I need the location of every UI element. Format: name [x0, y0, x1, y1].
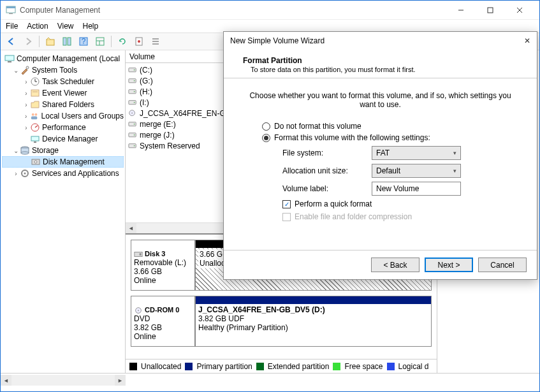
- radio-format[interactable]: Format this volume with the following se…: [262, 133, 499, 142]
- view-icon[interactable]: [60, 34, 74, 48]
- radio-icon[interactable]: [262, 122, 270, 131]
- radio-icon[interactable]: [262, 134, 270, 142]
- menu-help[interactable]: Help: [83, 22, 99, 31]
- volume-label-input[interactable]: New Volume: [372, 182, 461, 196]
- part-status: Healthy (Primary Partition): [198, 323, 288, 332]
- svg-rect-26: [31, 90, 39, 96]
- users-icon: [29, 111, 39, 121]
- svg-rect-46: [129, 89, 136, 93]
- row-filesystem: File system: FAT ▾: [282, 146, 511, 160]
- volume-label: merge (E:): [140, 120, 176, 129]
- disk-size: 3.82 GB: [134, 323, 162, 332]
- dialog-title: New Simple Volume Wizard: [230, 36, 325, 45]
- event-icon: [30, 88, 40, 98]
- tree-performance[interactable]: ›Performance: [2, 122, 124, 133]
- svg-point-45: [134, 80, 135, 81]
- nav-tree: Computer Management (Local ⌄ System Tool…: [1, 50, 126, 373]
- tree-services[interactable]: ›Services and Applications: [2, 168, 124, 179]
- computer-icon: [4, 54, 15, 64]
- tree-storage[interactable]: ⌄Storage: [2, 145, 124, 156]
- refresh-icon[interactable]: [115, 34, 129, 48]
- list-icon[interactable]: [149, 34, 163, 48]
- dialog-titlebar: New Simple Volume Wizard ✕: [224, 32, 537, 50]
- svg-point-53: [134, 123, 135, 124]
- dialog-body: Choose whether you want to format this v…: [224, 78, 537, 250]
- svg-rect-52: [129, 122, 136, 126]
- row-volume-label: Volume label: New Volume: [282, 182, 511, 196]
- cdrom-icon: [134, 307, 143, 314]
- swatch-extended: [256, 363, 264, 370]
- drive-icon: [128, 142, 137, 150]
- tree-label: Services and Applications: [32, 169, 119, 178]
- expand-icon[interactable]: ›: [12, 170, 20, 177]
- part-size: 3.82 GB UDF: [198, 314, 244, 323]
- expand-icon[interactable]: ›: [22, 78, 30, 85]
- tree-root[interactable]: Computer Management (Local: [2, 53, 124, 64]
- expand-icon[interactable]: ›: [22, 124, 30, 131]
- minimize-button[interactable]: [446, 1, 476, 20]
- scroll-right-icon[interactable]: ►: [115, 375, 126, 386]
- swatch-free: [333, 363, 340, 370]
- tree-event-viewer[interactable]: ›Event Viewer: [2, 87, 124, 99]
- svg-rect-12: [96, 38, 104, 45]
- help-icon[interactable]: ?: [77, 34, 91, 48]
- cancel-button[interactable]: Cancel: [478, 258, 527, 272]
- svg-point-41: [24, 173, 26, 175]
- svg-point-22: [26, 66, 29, 69]
- radio-no-format[interactable]: Do not format this volume: [262, 122, 499, 131]
- panel-icon[interactable]: [93, 34, 107, 48]
- tree-shared-folders[interactable]: ›Shared Folders: [2, 99, 124, 110]
- checkbox-icon[interactable]: ✓: [282, 200, 291, 208]
- back-button[interactable]: < Back: [371, 258, 420, 272]
- close-button[interactable]: [505, 1, 534, 20]
- next-button[interactable]: Next >: [425, 258, 473, 272]
- disk-info[interactable]: CD-ROM 0 DVD 3.82 GB Online: [131, 296, 195, 346]
- expand-icon[interactable]: ›: [22, 113, 29, 120]
- forward-icon: [21, 34, 35, 48]
- drive-icon: [128, 77, 137, 85]
- tree-local-users[interactable]: ›Local Users and Groups: [2, 110, 124, 122]
- removable-icon: [134, 250, 143, 258]
- tree-scrollbar[interactable]: ◄ ►: [1, 375, 126, 386]
- volume-label: (G:): [140, 76, 153, 85]
- part-title: J_CCSA_X64FRE_EN-GB_DV5 (D:): [198, 305, 325, 314]
- dialog-heading: Format Partition: [243, 56, 302, 65]
- storage-icon: [20, 145, 30, 156]
- menu-view[interactable]: View: [57, 22, 74, 31]
- filesystem-combo[interactable]: FAT ▾: [372, 146, 461, 160]
- disk-info[interactable]: Disk 3 Removable (L:) 3.66 GB Online: [131, 240, 195, 290]
- back-icon[interactable]: [4, 34, 18, 48]
- partition-primary[interactable]: J_CCSA_X64FRE_EN-GB_DV5 (D:) 3.82 GB UDF…: [195, 296, 431, 346]
- tree-label: System Tools: [32, 66, 77, 75]
- menu-file[interactable]: File: [6, 22, 18, 31]
- tree-system-tools[interactable]: ⌄ System Tools: [2, 64, 124, 76]
- tree-disk-management[interactable]: ›Disk Management: [2, 156, 124, 168]
- tree-task-scheduler[interactable]: ›Task Scheduler: [2, 76, 124, 87]
- svg-point-43: [134, 69, 135, 70]
- expand-icon[interactable]: ›: [22, 90, 30, 97]
- app-icon: [6, 5, 16, 15]
- checkbox-icon: [282, 213, 291, 221]
- combo-value: Default: [376, 166, 400, 175]
- dialog-close-icon[interactable]: ✕: [524, 36, 530, 45]
- settings-icon[interactable]: [132, 34, 146, 48]
- checkbox-quick-format[interactable]: ✓ Perform a quick format: [282, 200, 511, 208]
- maximize-button[interactable]: [476, 1, 505, 20]
- up-icon[interactable]: [43, 34, 57, 48]
- tree-device-manager[interactable]: ›Device Manager: [2, 133, 124, 145]
- collapse-icon[interactable]: ⌄: [12, 67, 20, 74]
- menu-action[interactable]: Action: [27, 22, 48, 31]
- scroll-left-icon[interactable]: ◄: [126, 223, 136, 234]
- tree-label: Device Manager: [42, 134, 98, 143]
- expand-icon[interactable]: ›: [22, 101, 30, 108]
- svg-rect-48: [129, 100, 136, 104]
- scroll-left-icon[interactable]: ◄: [1, 375, 11, 386]
- tree-label: Disk Management: [43, 157, 105, 166]
- disk-type: Removable (L:): [134, 258, 186, 267]
- svg-point-49: [134, 101, 135, 103]
- checkbox-label: Perform a quick format: [295, 200, 372, 208]
- collapse-icon[interactable]: ⌄: [12, 147, 20, 154]
- allocation-combo[interactable]: Default ▾: [372, 164, 461, 178]
- volume-label-label: Volume label:: [282, 184, 372, 193]
- svg-rect-33: [31, 136, 39, 141]
